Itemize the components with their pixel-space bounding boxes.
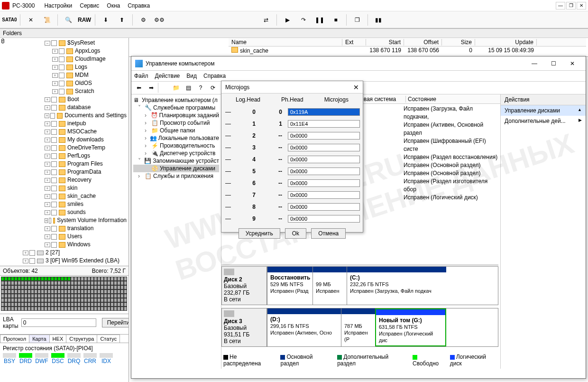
stop-icon[interactable]: ■ (328, 13, 343, 27)
expand-icon[interactable]: + (45, 97, 50, 102)
sector-cell[interactable] (94, 307, 97, 311)
list-tb-icon[interactable]: ▤ (183, 83, 194, 93)
sector-cell[interactable] (74, 281, 77, 285)
col-size[interactable]: Size (442, 39, 475, 46)
sector-cell[interactable] (77, 294, 81, 298)
raw-button[interactable]: RAW (77, 13, 92, 27)
sector-cell[interactable] (8, 298, 11, 302)
cancel-button[interactable]: Отмена (311, 228, 346, 239)
partition[interactable]: (C:)232,26 ГБ NTFSИсправен (Загрузка, Фа… (347, 267, 446, 305)
sector-cell[interactable] (4, 298, 8, 302)
sector-cell[interactable] (21, 289, 24, 294)
sector-cell[interactable] (57, 285, 61, 289)
sector-cell[interactable] (97, 285, 101, 289)
sector-cell[interactable] (1, 294, 4, 298)
volume-state[interactable]: Исправен (Шифрованный (EFI) систе (404, 137, 498, 153)
cm-tree-item[interactable]: Локальные пользовате (158, 135, 219, 141)
expand-icon[interactable]: + (52, 57, 58, 62)
sector-cell[interactable] (120, 302, 124, 307)
disk-mgmt-item[interactable]: Управление дисками (160, 165, 215, 172)
sector-cell[interactable] (77, 289, 81, 294)
sector-cell[interactable] (101, 298, 104, 302)
partition[interactable]: (D:)299,16 ГБ NTFSИсправен (Активен, Осн… (267, 308, 341, 346)
sector-cell[interactable] (4, 307, 8, 311)
sector-cell[interactable] (54, 285, 57, 289)
volume-state[interactable]: Исправен (Загрузка, Файл подкачки, (404, 105, 498, 121)
expand-icon[interactable]: + (45, 130, 50, 134)
sector-cell[interactable] (11, 277, 14, 281)
sector-cell[interactable] (74, 307, 77, 311)
folder-tb-icon[interactable]: 📁 (170, 83, 182, 93)
sector-cell[interactable] (47, 302, 51, 307)
sector-cell[interactable] (94, 302, 97, 307)
folder-item[interactable]: Windows (67, 241, 91, 249)
sector-cell[interactable] (18, 307, 21, 311)
sector-cell[interactable] (21, 298, 24, 302)
sector-cell[interactable] (61, 307, 64, 311)
pause-icon[interactable]: ❚❚ (312, 13, 327, 27)
sata-indicator[interactable]: SATA0 (2, 13, 17, 27)
sector-cell[interactable] (84, 302, 87, 307)
expand-icon[interactable]: + (45, 138, 50, 142)
microjog-input[interactable] (288, 191, 360, 199)
expand-icon[interactable]: + (45, 121, 50, 126)
sector-cell[interactable] (41, 302, 44, 307)
sector-cell[interactable] (84, 298, 87, 302)
sector-cell[interactable] (84, 289, 87, 294)
tab-map[interactable]: Карта (29, 335, 49, 343)
sector-cell[interactable] (124, 281, 127, 285)
col-state[interactable]: Состояние (405, 96, 500, 102)
gears-icon[interactable]: ⚙⚙ (152, 13, 167, 27)
folder-item[interactable]: Recovery (67, 176, 92, 184)
sector-cell[interactable] (14, 289, 18, 294)
sector-cell[interactable] (91, 285, 94, 289)
sector-cell[interactable] (28, 281, 31, 285)
sector-cell[interactable] (114, 302, 117, 307)
microjog-input[interactable] (288, 132, 360, 140)
sector-cell[interactable] (1, 277, 4, 281)
sector-cell[interactable] (120, 289, 124, 294)
cm-tree-item[interactable]: Диспетчер устройств (160, 150, 215, 157)
folder-item[interactable]: Boot (67, 95, 79, 103)
file-row[interactable]: skin_cache 138 670 119 138 670 056 0 15 … (229, 47, 586, 54)
sector-cell[interactable] (47, 307, 51, 311)
sector-cell[interactable] (8, 289, 11, 294)
sector-cell[interactable] (87, 298, 91, 302)
sector-cell[interactable] (28, 277, 31, 281)
sector-cell[interactable] (54, 294, 57, 298)
sector-cell[interactable] (104, 294, 107, 298)
sector-cell[interactable] (124, 298, 127, 302)
sector-cell[interactable] (114, 298, 117, 302)
sector-cell[interactable] (94, 298, 97, 302)
sector-cell[interactable] (54, 289, 57, 294)
sector-cell[interactable] (21, 294, 24, 298)
sector-cell[interactable] (67, 277, 71, 281)
sector-cell[interactable] (101, 277, 104, 281)
folder-item[interactable]: translation (67, 224, 93, 233)
cm-maximize[interactable]: ☐ (544, 57, 563, 70)
sector-cell[interactable] (104, 285, 107, 289)
sector-cell[interactable] (24, 281, 28, 285)
sector-cell[interactable] (44, 277, 47, 281)
sector-cell[interactable] (104, 307, 107, 311)
sector-cell[interactable] (77, 307, 81, 311)
sector-cell[interactable] (61, 285, 64, 289)
microjog-input[interactable] (288, 179, 360, 187)
sector-cell[interactable] (74, 298, 77, 302)
sector-cell[interactable] (117, 277, 120, 281)
folder-item[interactable]: PerfLogs (67, 152, 90, 160)
sector-cell[interactable] (101, 285, 104, 289)
sector-cell[interactable] (51, 307, 54, 311)
col-offset[interactable]: Offset (404, 39, 442, 46)
sector-cell[interactable] (67, 281, 71, 285)
mj-close-icon[interactable]: ✕ (353, 84, 359, 91)
sector-cell[interactable] (41, 285, 44, 289)
sector-cell[interactable] (64, 302, 67, 307)
sector-cell[interactable] (4, 294, 8, 298)
tab-protocol[interactable]: Протокол (0, 335, 29, 343)
sector-cell[interactable] (31, 289, 34, 294)
sector-cell[interactable] (61, 302, 64, 307)
sector-cell[interactable] (44, 307, 47, 311)
microjog-input[interactable] (288, 120, 360, 128)
sector-cell[interactable] (28, 294, 31, 298)
